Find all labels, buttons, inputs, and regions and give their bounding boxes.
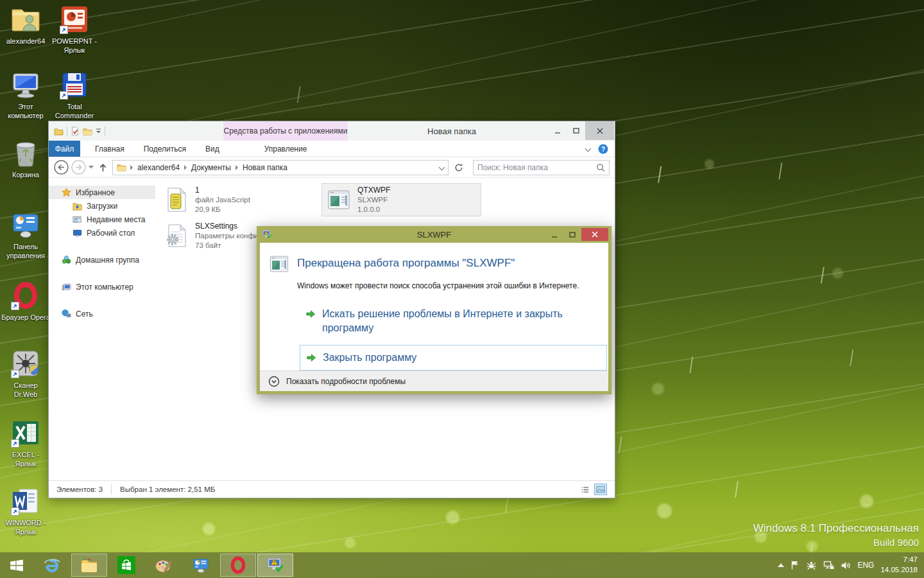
nav-item-network[interactable]: Сеть	[49, 307, 155, 320]
recycle-bin-icon	[10, 137, 41, 168]
dialog-titlebar[interactable]: SLXWPF	[257, 226, 612, 243]
error-dialog: SLXWPF Прекращена работа программы "SLXW…	[257, 226, 612, 394]
computer-small-icon	[62, 283, 71, 292]
floppy-disk-icon	[59, 69, 90, 100]
address-dropdown-icon[interactable]	[439, 164, 445, 171]
tab-home[interactable]: Главная	[85, 141, 134, 157]
start-button[interactable]	[0, 552, 33, 578]
excel-icon	[10, 417, 41, 448]
file-size: 20,9 КБ	[195, 205, 250, 214]
nav-item-downloads[interactable]: Загрузки	[49, 199, 155, 213]
desktop-icon-this-pc[interactable]: Этот компьютер	[1, 69, 50, 121]
desktop-monitor-icon	[73, 229, 82, 238]
file-tile-js[interactable]: 1 файл JavaScript 20,9 КБ	[159, 183, 319, 216]
address-bar: alexander64 Документы Новая папка	[49, 157, 615, 178]
nav-item-homegroup[interactable]: Домашняя группа	[49, 253, 155, 267]
details-view-button[interactable]	[579, 484, 592, 495]
search-icon[interactable]	[596, 163, 605, 172]
breadcrumb-separator-icon	[184, 165, 187, 170]
breadcrumb-item[interactable]: alexander64	[137, 163, 180, 172]
desktop-icon-powerpoint[interactable]: POWERPNT - Ярлык	[50, 4, 99, 55]
taskbar-internet-explorer[interactable]	[34, 554, 70, 577]
desktop-icon-label: Сканер Dr.Web	[1, 381, 50, 399]
tab-share[interactable]: Поделиться	[134, 141, 196, 157]
desktop-icon-label: Этот компьютер	[1, 102, 50, 121]
desktop-icon-total-commander[interactable]: Total Commander	[50, 69, 99, 121]
quick-access-toolbar	[54, 127, 105, 136]
tray-expand-icon[interactable]	[778, 563, 784, 567]
minimize-button[interactable]	[548, 121, 567, 140]
option-close-program[interactable]: Закрыть программу	[300, 345, 607, 371]
chevron-down-circle-icon	[268, 376, 280, 387]
search-input[interactable]	[477, 163, 596, 172]
dialog-minimize-button[interactable]	[545, 228, 563, 241]
control-panel-icon	[192, 556, 210, 574]
ribbon-collapse-icon[interactable]	[585, 146, 592, 152]
nav-item-desktop[interactable]: Рабочий стол	[49, 226, 155, 240]
breadcrumb-item[interactable]: Документы	[191, 163, 232, 172]
windows-logo-icon	[8, 557, 25, 573]
action-center-flag-icon[interactable]	[791, 560, 800, 570]
desktop-icon-winword[interactable]: WINWORD - Ярлык	[1, 486, 50, 537]
clock[interactable]: 7:47 14.05.2018	[880, 555, 918, 575]
desktop-icon-control-panel[interactable]: Панель управления	[1, 209, 50, 261]
internet-explorer-icon	[43, 556, 61, 574]
nav-item-this-pc[interactable]: Этот компьютер	[49, 280, 155, 293]
back-button[interactable]	[54, 160, 69, 175]
dialog-maximize-button[interactable]	[563, 228, 581, 241]
qat-customize-dropdown-icon[interactable]	[96, 128, 101, 134]
control-panel-icon	[10, 209, 41, 240]
desktop-icon-alexander64[interactable]: alexander64	[1, 4, 50, 46]
details-label: Показать подробности проблемы	[286, 377, 406, 386]
desktop-icon-excel[interactable]: EXCEL - Ярлык	[1, 417, 50, 469]
qat-properties-icon[interactable]	[71, 127, 80, 136]
tab-file[interactable]: Файл	[49, 141, 80, 157]
file-tile-qtxwpf[interactable]: QTXWPF SLXWPF 1.0.0.0	[321, 183, 481, 216]
forward-button[interactable]	[71, 160, 86, 175]
taskbar-paint[interactable]	[146, 554, 182, 577]
dialog-close-button[interactable]	[581, 228, 608, 241]
desktop-icon-drweb[interactable]: Сканер Dr.Web	[1, 348, 50, 399]
dialog-details-toggle[interactable]: Показать подробности проблемы	[260, 371, 608, 391]
file-size: 1.0.0.0	[357, 205, 390, 214]
breadcrumb[interactable]: alexander64 Документы Новая папка	[112, 160, 449, 175]
refresh-button[interactable]	[451, 160, 466, 175]
qat-folder-icon[interactable]	[54, 127, 64, 136]
folder-icon	[80, 557, 98, 573]
desktop-icon-opera[interactable]: Браузер Opera	[1, 280, 50, 322]
user-folder-icon	[10, 4, 41, 35]
taskbar-opera[interactable]	[220, 554, 256, 577]
search-box[interactable]	[473, 160, 610, 175]
taskbar-control-panel[interactable]	[183, 554, 219, 577]
nav-item-recent[interactable]: Недавние места	[49, 213, 155, 226]
maximize-button[interactable]	[567, 121, 585, 140]
network-tray-icon[interactable]	[823, 561, 834, 570]
green-arrow-icon	[305, 307, 316, 319]
help-icon[interactable]: ?	[598, 144, 608, 154]
desktop-icon-label: alexander64	[1, 37, 50, 46]
taskbar-error-reporting[interactable]	[257, 554, 293, 577]
qat-new-folder-icon[interactable]	[83, 127, 92, 136]
file-type: файл JavaScript	[195, 195, 250, 204]
volume-icon[interactable]	[841, 561, 851, 570]
tab-manage[interactable]: Управление	[223, 141, 348, 157]
nav-item-label: Избранное	[76, 188, 115, 197]
spacer	[49, 240, 155, 253]
shortcut-arrow-icon	[11, 439, 19, 448]
up-button[interactable]	[98, 162, 108, 173]
history-dropdown-icon[interactable]	[89, 166, 94, 169]
computer-icon	[10, 69, 41, 100]
taskbar-file-explorer[interactable]	[71, 554, 107, 577]
desktop-icon-recycle-bin[interactable]: Корзина	[1, 137, 50, 179]
breadcrumb-item[interactable]: Новая папка	[242, 163, 288, 172]
shortcut-arrow-icon	[60, 26, 68, 34]
thumbnail-view-button[interactable]	[594, 484, 607, 495]
nav-item-favorites[interactable]: Избранное	[49, 186, 155, 199]
drweb-tray-icon[interactable]	[806, 560, 817, 571]
explorer-titlebar[interactable]: Средства работы с приложениями Новая пап…	[49, 121, 615, 141]
close-button[interactable]	[585, 121, 614, 140]
taskbar-store[interactable]	[108, 554, 144, 577]
shortcut-arrow-icon	[11, 507, 19, 516]
language-indicator[interactable]: ENG	[857, 561, 874, 570]
option-search-solution[interactable]: Искать решение проблемы в Интернете и за…	[305, 307, 595, 335]
